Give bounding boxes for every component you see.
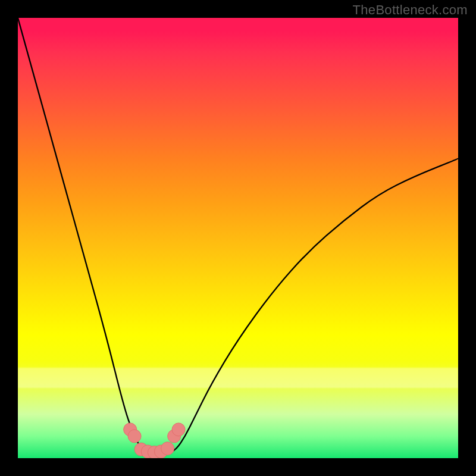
chart-frame: TheBottleneck.com [0,0,476,476]
bottleneck-curve [18,18,458,454]
marker-dot [161,442,174,455]
curve-layer [18,18,458,458]
marker-group [124,423,185,458]
plot-area [18,18,458,458]
marker-dot [172,423,185,436]
watermark-text: TheBottleneck.com [353,2,468,18]
marker-dot [128,430,141,443]
